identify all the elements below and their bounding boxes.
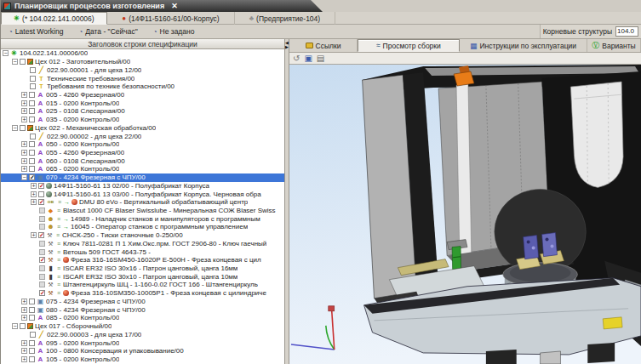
tree-row[interactable]: ⚒≡Ветошь 509 ГОСТ 4643-75 - [1, 247, 284, 256]
expander-icon[interactable]: + [31, 232, 37, 238]
tree-row[interactable]: ТТребования по технике безопасности/00 [1, 82, 284, 91]
row-checkbox[interactable] [30, 76, 36, 82]
tree-row[interactable]: +A100 - 0800 Консервация и упаковывание/… [1, 347, 284, 355]
tree-row[interactable]: +✓⚒≡СНСК-250 - Тиски станочные 0-250/00 [1, 231, 284, 240]
monitor-icon[interactable]: ▣ [304, 54, 312, 63]
row-checkbox[interactable] [29, 150, 35, 156]
row-checkbox[interactable] [30, 83, 36, 89]
tree-row[interactable]: ▮≡ISCAR ER32 ISO 30x16 - Патрон цанговый… [1, 264, 284, 273]
row-checkbox[interactable] [29, 92, 35, 98]
row-checkbox[interactable]: ✓ [39, 290, 45, 296]
not-set-button[interactable]: ◔ Не задано [146, 25, 203, 38]
tab-variants[interactable]: Ⓥ Варианты [587, 39, 641, 52]
tree-row[interactable]: +A005 - 4260 Фрезерная/00 [1, 91, 284, 100]
tree-row[interactable]: −Цех 012 - Заготовительный/00 [1, 58, 284, 66]
expander-icon[interactable]: − [12, 323, 18, 329]
row-checkbox[interactable]: ✓ [38, 199, 44, 205]
tree-row[interactable]: −✓▣070 - 4234 Фрезерная с ЧПУ/00 [1, 173, 284, 182]
row-checkbox[interactable] [39, 224, 45, 230]
expander-icon[interactable]: + [21, 141, 27, 147]
expander-icon[interactable]: + [21, 307, 27, 313]
row-checkbox[interactable] [29, 108, 35, 114]
expander-icon[interactable]: + [21, 100, 27, 106]
tree-row[interactable]: −Цех 022 - Механическая обработка/00 [1, 123, 284, 132]
row-checkbox[interactable] [39, 249, 45, 255]
row-checkbox[interactable] [29, 340, 35, 346]
row-checkbox[interactable] [39, 282, 45, 287]
expander-icon[interactable]: + [21, 92, 27, 98]
expander-icon[interactable]: + [21, 117, 27, 122]
row-checkbox[interactable] [39, 208, 45, 213]
expander-icon[interactable]: + [21, 166, 27, 172]
row-checkbox[interactable]: ✓ [38, 183, 44, 189]
3d-viewport[interactable] [289, 65, 641, 364]
tab-plant-structure[interactable]: ♣ (Предприятие-104) [235, 12, 335, 25]
tree-row[interactable]: +A065 - 0200 Контроль/00 [1, 165, 284, 173]
tree-row[interactable]: ▮≡ISCAR ER32 ISO 30x10 - Патрон цанговый… [1, 272, 284, 281]
revision-rule-button[interactable]: ◔ Latest Working [1, 25, 71, 38]
tree-row[interactable]: ⚒≡Ключ 7811-0281 П 1 Хим.Окс.прм. ГОСТ 2… [1, 240, 284, 248]
tree-row[interactable]: ☻≡→14989 - Наладчик станков и манипулято… [1, 214, 284, 223]
row-checkbox[interactable] [20, 125, 26, 131]
tree-row[interactable]: −✳104.022.141.00006/00 [1, 49, 284, 58]
root-structures-input[interactable]: 104.0 [615, 26, 638, 37]
save-view-icon[interactable]: ▤ [317, 54, 324, 63]
tree-row[interactable]: ╱022.90.00001 - для цеха 12/00 [1, 65, 284, 74]
tree-row[interactable]: +A055 - 4260 Фрезерная/00 [1, 149, 284, 157]
row-checkbox[interactable] [29, 307, 35, 313]
tree-row[interactable]: ╱022.90.00002 - для цеха 22/00 [1, 132, 284, 140]
tab-process-structure[interactable]: ✳ (* 104.022.141.00006) [1, 12, 107, 25]
row-checkbox[interactable] [29, 141, 35, 147]
expander-icon[interactable]: + [21, 108, 27, 114]
expander-icon[interactable]: + [21, 158, 27, 164]
tree-row[interactable]: ╱022.90.00003 - для цеха 17/00 [1, 330, 284, 338]
tree-row[interactable]: +A095 - 0200 Контроль/00 [1, 338, 284, 347]
tree-row[interactable]: +A025 - 0108 Слесарная/00 [1, 107, 284, 116]
collapse-right-icon[interactable]: ▶ [285, 45, 289, 49]
row-checkbox[interactable] [29, 299, 35, 304]
row-checkbox[interactable] [29, 117, 35, 122]
tree-row[interactable]: +▣075 - 4234 Фрезерная с ЧПУ/00 [1, 298, 284, 306]
tree-row[interactable]: +A035 - 0200 Контроль/00 [1, 116, 284, 124]
row-checkbox[interactable]: ✓ [38, 232, 44, 238]
tree-row[interactable]: +A085 - 0200 Контроль/00 [1, 314, 284, 322]
expander-icon[interactable]: + [21, 299, 27, 304]
row-checkbox[interactable] [29, 158, 35, 164]
tree-row[interactable]: +✓ов≡→DMU 80 eVo - Вертикальный обрабаты… [1, 198, 284, 207]
effectivity-date-button[interactable]: ◔ Дата - "Сейчас" [71, 25, 145, 38]
expander-icon[interactable]: + [31, 183, 37, 189]
tree-row[interactable]: ТТехнические требования/00 [1, 74, 284, 82]
tree-row[interactable]: −Цех 017 - Сборочный/00 [1, 322, 284, 331]
expander-icon[interactable]: + [21, 340, 27, 346]
row-checkbox[interactable]: ✓ [29, 174, 35, 180]
expander-icon[interactable]: + [31, 199, 37, 205]
window-title-tab[interactable]: Планировщик процессов изготовления ✕ [1, 0, 323, 12]
expander-icon[interactable]: + [31, 191, 37, 197]
row-checkbox[interactable] [20, 59, 26, 65]
row-checkbox[interactable] [20, 323, 26, 329]
tree-row[interactable]: +A050 - 0200 Контроль/00 [1, 140, 284, 149]
row-checkbox[interactable] [30, 332, 36, 338]
row-checkbox[interactable] [29, 356, 35, 362]
row-checkbox[interactable] [39, 274, 45, 280]
close-icon[interactable]: ✕ [171, 2, 178, 10]
tree-row[interactable]: ✓⚒≡Фреза 316-16SM450-16020P Е-500Н - Фре… [1, 256, 284, 264]
tree-row[interactable]: +A015 - 0200 Контроль/00 [1, 99, 284, 107]
tab-links[interactable]: Ссылки [289, 39, 358, 52]
spec-column-header[interactable]: Заголовок строки спецификации [1, 39, 284, 49]
row-checkbox[interactable] [29, 166, 35, 172]
row-checkbox[interactable] [30, 67, 36, 73]
row-checkbox[interactable] [29, 315, 35, 321]
expander-icon[interactable]: − [3, 50, 9, 56]
tree-row[interactable]: +14Ф11-5160-61 13 03/00 - Полуфабрикат К… [1, 190, 284, 198]
tab-assembly-preview[interactable]: ≈ Просмотр сборки [358, 39, 460, 52]
tree-row[interactable]: +A105 - 0200 Контроль/00 [1, 355, 284, 364]
row-checkbox[interactable] [39, 265, 45, 271]
expander-icon[interactable]: + [21, 315, 27, 321]
row-checkbox[interactable] [39, 216, 45, 222]
tab-product-structure[interactable]: ● (14Ф11-5160-61/00-Корпус) [107, 12, 235, 25]
tree-row[interactable]: +A060 - 0108 Слесарная/00 [1, 156, 284, 165]
row-checkbox[interactable] [39, 241, 45, 247]
sync-icon[interactable]: ↺ [293, 54, 300, 63]
tree-row[interactable]: ⚒≡Штангенциркуль ШЦ - 1-160-0.02 ГОСТ 16… [1, 281, 284, 289]
